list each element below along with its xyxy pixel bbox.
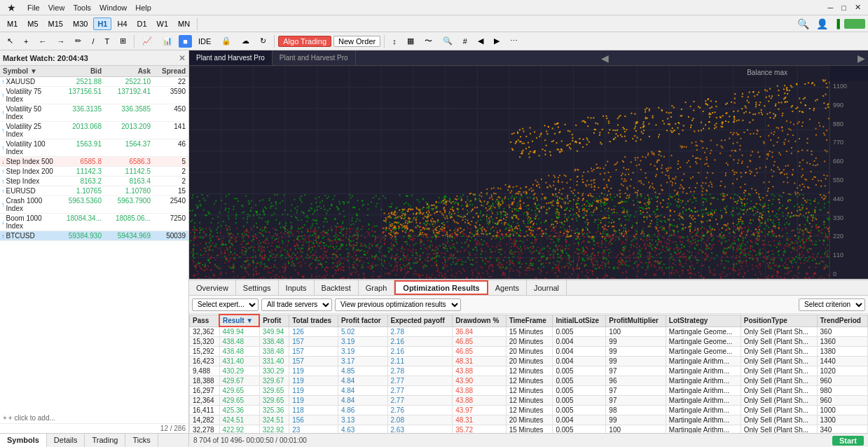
refresh-icon[interactable]: ↻	[256, 34, 270, 48]
market-watch-row[interactable]: ↑ BTCUSD 59384.930 59434.969 50039	[0, 231, 188, 241]
tf-m1[interactable]: M1	[3, 18, 22, 30]
chart-type[interactable]: 📈	[138, 34, 156, 48]
ide-btn[interactable]: IDE	[194, 35, 215, 48]
text-tool[interactable]: T	[101, 35, 114, 48]
tf-m15[interactable]: M15	[44, 18, 67, 30]
mw-tab-trading[interactable]: Trading	[85, 434, 125, 447]
view-select[interactable]: View previous optimization results	[335, 298, 461, 311]
criterion-select[interactable]: Select criterion	[799, 298, 865, 311]
menu-view[interactable]: View	[44, 2, 69, 13]
col-header-6[interactable]: Drawdown %	[453, 315, 507, 326]
buy-sell-icon[interactable]: ↕	[388, 35, 401, 48]
search-icon[interactable]: 🔍	[794, 18, 812, 29]
wave-icon[interactable]: 〜	[420, 34, 436, 48]
col-header-5[interactable]: Expected payoff	[387, 315, 453, 326]
table-row[interactable]: 9,488430.29330.291194.852.7843.8812 Minu…	[190, 366, 868, 376]
col-header-2[interactable]: Profit	[259, 315, 289, 326]
crosshair-tool[interactable]: +	[20, 35, 32, 48]
st-tab-inputs[interactable]: Inputs	[279, 280, 315, 295]
market-watch-close[interactable]: ✕	[179, 53, 186, 63]
new-order-btn[interactable]: New Order	[333, 36, 380, 47]
table-row[interactable]: 15,320438.48338.481573.192.1646.8520 Min…	[190, 337, 868, 347]
col-header-12[interactable]: TrendPeriod	[817, 315, 867, 326]
market-watch-row[interactable]: ↓ Step Index 500 6585.8 6586.3 5	[0, 157, 188, 167]
servers-select[interactable]: All trade servers	[261, 298, 332, 311]
col-header-0[interactable]: Pass	[190, 315, 220, 326]
mw-tab-details[interactable]: Details	[47, 434, 85, 447]
forward-tool[interactable]: →	[53, 35, 69, 48]
maximize-icon[interactable]: □	[837, 2, 850, 13]
st-tab-graph[interactable]: Graph	[359, 280, 395, 295]
st-tab-agents[interactable]: Agents	[488, 280, 527, 295]
chart-tab-1[interactable]: Plant and Harvest Pro	[189, 50, 273, 65]
col-header-11[interactable]: PositionType	[740, 315, 817, 326]
menu-window[interactable]: Window	[95, 2, 131, 13]
market-watch-row[interactable]: ↑ Crash 1000 Index 5963.5360 5963.7900 2…	[0, 196, 188, 214]
start-button[interactable]: Start	[832, 436, 864, 446]
col-header-10[interactable]: LotStrategy	[666, 315, 740, 326]
color-theme[interactable]: ■	[179, 35, 192, 48]
table-row[interactable]: 14,282424.51324.511563.132.0848.3120 Min…	[190, 415, 868, 425]
prev-icon[interactable]: ◀	[474, 34, 488, 48]
market-watch-row[interactable]: ↓ Boom 1000 Index 18084.34... 18085.06..…	[0, 214, 188, 231]
histogram-icon[interactable]: ▦	[403, 34, 418, 48]
chart-tab-2[interactable]: Plant and Harvest Pro	[273, 50, 356, 65]
market-watch-row[interactable]: ↑ Volatility 50 Index 336.3135 336.3585 …	[0, 104, 188, 122]
table-row[interactable]: 15,292438.48338.481573.192.1646.8520 Min…	[190, 347, 868, 357]
col-header-8[interactable]: InitialLotSize	[553, 315, 606, 326]
table-row[interactable]: 16,297429.65329.651194.842.7743.8812 Min…	[190, 386, 868, 396]
tf-d1[interactable]: D1	[133, 18, 151, 30]
col-header-4[interactable]: Profit factor	[338, 315, 387, 326]
st-tab-journal[interactable]: Journal	[527, 280, 567, 295]
col-header-1[interactable]: Result ▼	[219, 315, 259, 326]
more-tool[interactable]: ⊞	[116, 34, 130, 48]
minimize-icon[interactable]: ─	[824, 2, 838, 13]
mw-tab-ticks[interactable]: Ticks	[125, 434, 158, 447]
st-tab-settings[interactable]: Settings	[236, 280, 279, 295]
draw-tool[interactable]: ✏	[71, 34, 85, 48]
back-tool[interactable]: ←	[34, 35, 50, 48]
cloud-icon[interactable]: ☁	[237, 34, 254, 48]
zoom-icon[interactable]: 🔍	[439, 34, 457, 48]
menu-tools[interactable]: Tools	[69, 2, 95, 13]
table-row[interactable]: 16,411425.36325.361184.862.7643.9712 Min…	[190, 406, 868, 415]
chart-nav-left[interactable]: ◀	[598, 53, 612, 64]
table-row[interactable]: 12,364429.65329.651194.842.7743.8812 Min…	[190, 396, 868, 406]
market-watch-row[interactable]: ↑ Step Index 8163.2 8163.4 2	[0, 177, 188, 186]
st-tab-optimization-results[interactable]: Optimization Results	[394, 280, 488, 295]
add-symbol[interactable]: + + click to add...	[0, 413, 188, 423]
close-icon[interactable]: ✕	[850, 1, 865, 13]
algo-trading-btn[interactable]: Algo Trading	[278, 36, 331, 47]
market-watch-row[interactable]: ↑ Volatility 100 Index 1563.91 1564.37 4…	[0, 139, 188, 157]
tf-mn[interactable]: MN	[174, 18, 194, 30]
grid-icon[interactable]: #	[459, 35, 471, 48]
table-row[interactable]: 32,362449.94349.941265.022.7836.8415 Min…	[190, 326, 868, 337]
col-header-9[interactable]: ProfitMultiplier	[606, 315, 666, 326]
market-watch-row[interactable]: ↑ Volatility 75 Index 137156.51 137192.4…	[0, 87, 188, 104]
st-tab-backtest[interactable]: Backtest	[315, 280, 359, 295]
table-row[interactable]: 16,423431.40331.401573.172.1148.3120 Min…	[190, 357, 868, 366]
tf-w1[interactable]: W1	[153, 18, 173, 30]
menu-file[interactable]: File	[23, 2, 44, 13]
menu-help[interactable]: Help	[131, 2, 156, 13]
line-tool[interactable]: /	[88, 35, 98, 48]
market-watch-row[interactable]: ↑ Volatility 25 Index 2013.068 2013.209 …	[0, 122, 188, 139]
table-row[interactable]: 32,278422.92322.92234.632.6335.7215 Minu…	[190, 425, 868, 434]
expert-select[interactable]: Select expert...	[192, 298, 259, 311]
st-tab-overview[interactable]: Overview	[189, 280, 236, 295]
tf-m5[interactable]: M5	[23, 18, 42, 30]
tf-h1[interactable]: H1	[93, 18, 111, 30]
market-watch-row[interactable]: ↑ EURUSD 1.10765 1.10780 15	[0, 186, 188, 196]
next-icon[interactable]: ▶	[490, 34, 504, 48]
cursor-tool[interactable]: ↖	[3, 34, 18, 48]
col-header-3[interactable]: Total trades	[289, 315, 338, 326]
tf-h4[interactable]: H4	[113, 18, 131, 30]
chart-period[interactable]: 📊	[158, 34, 177, 48]
lock-icon[interactable]: 🔒	[217, 34, 235, 48]
user-icon[interactable]: 👤	[813, 18, 831, 29]
extra-icon[interactable]: ⋯	[506, 34, 522, 48]
table-row[interactable]: 18,388429.67329.671194.842.7743.9012 Min…	[190, 376, 868, 386]
chart-nav-right[interactable]: ▶	[855, 53, 868, 64]
market-watch-row[interactable]: ↑ XAUUSD 2521.88 2522.10 22	[0, 77, 188, 87]
market-watch-row[interactable]: ↑ Step Index 200 11142.3 11142.5 2	[0, 167, 188, 177]
